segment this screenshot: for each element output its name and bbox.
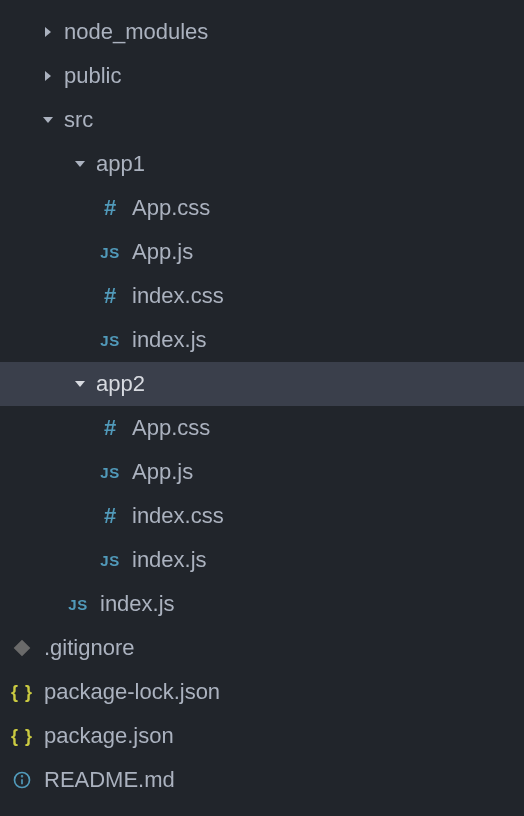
- folder-item[interactable]: node_modules: [0, 10, 524, 54]
- chevron-down-icon[interactable]: [36, 108, 60, 132]
- file-item[interactable]: JSindex.js: [0, 582, 524, 626]
- tree-item-label: package.json: [44, 723, 524, 749]
- tree-item-label: App.js: [132, 239, 524, 265]
- folder-item[interactable]: src: [0, 98, 524, 142]
- tree-item-label: app2: [96, 371, 524, 397]
- tree-item-label: app1: [96, 151, 524, 177]
- file-item[interactable]: { }package-lock.json: [0, 670, 524, 714]
- tree-item-label: README.md: [44, 767, 524, 793]
- tree-item-label: App.css: [132, 415, 524, 441]
- braces-icon: { }: [8, 682, 36, 703]
- tree-item-label: public: [64, 63, 524, 89]
- file-item[interactable]: #App.css: [0, 406, 524, 450]
- js-icon: JS: [96, 552, 124, 569]
- file-item[interactable]: #index.css: [0, 494, 524, 538]
- hash-icon: #: [96, 283, 124, 309]
- tree-item-label: App.js: [132, 459, 524, 485]
- svg-point-2: [22, 776, 23, 777]
- file-item[interactable]: #index.css: [0, 274, 524, 318]
- braces-icon: { }: [8, 726, 36, 747]
- tree-item-label: src: [64, 107, 524, 133]
- chevron-right-icon[interactable]: [36, 64, 60, 88]
- tree-item-label: index.js: [132, 547, 524, 573]
- file-item[interactable]: { }package.json: [0, 714, 524, 758]
- tree-item-label: node_modules: [64, 19, 524, 45]
- tree-item-label: index.js: [100, 591, 524, 617]
- js-icon: JS: [96, 244, 124, 261]
- folder-item[interactable]: public: [0, 54, 524, 98]
- folder-item[interactable]: app2: [0, 362, 524, 406]
- tree-item-label: .gitignore: [44, 635, 524, 661]
- js-icon: JS: [96, 464, 124, 481]
- file-item[interactable]: JSindex.js: [0, 318, 524, 362]
- file-item[interactable]: JSApp.js: [0, 230, 524, 274]
- file-item[interactable]: README.md: [0, 758, 524, 802]
- file-item[interactable]: #App.css: [0, 186, 524, 230]
- folder-item[interactable]: app1: [0, 142, 524, 186]
- hash-icon: #: [96, 195, 124, 221]
- js-icon: JS: [64, 596, 92, 613]
- js-icon: JS: [96, 332, 124, 349]
- hash-icon: #: [96, 415, 124, 441]
- tree-item-label: index.css: [132, 283, 524, 309]
- tree-item-label: App.css: [132, 195, 524, 221]
- chevron-down-icon[interactable]: [68, 372, 92, 396]
- file-item[interactable]: JSApp.js: [0, 450, 524, 494]
- chevron-down-icon[interactable]: [68, 152, 92, 176]
- git-icon: [8, 638, 36, 658]
- hash-icon: #: [96, 503, 124, 529]
- file-item[interactable]: JSindex.js: [0, 538, 524, 582]
- file-item[interactable]: .gitignore: [0, 626, 524, 670]
- file-tree: node_modules public src app1#App.cssJSAp…: [0, 10, 524, 802]
- tree-item-label: package-lock.json: [44, 679, 524, 705]
- tree-item-label: index.css: [132, 503, 524, 529]
- chevron-right-icon[interactable]: [36, 20, 60, 44]
- tree-item-label: index.js: [132, 327, 524, 353]
- info-icon: [8, 770, 36, 790]
